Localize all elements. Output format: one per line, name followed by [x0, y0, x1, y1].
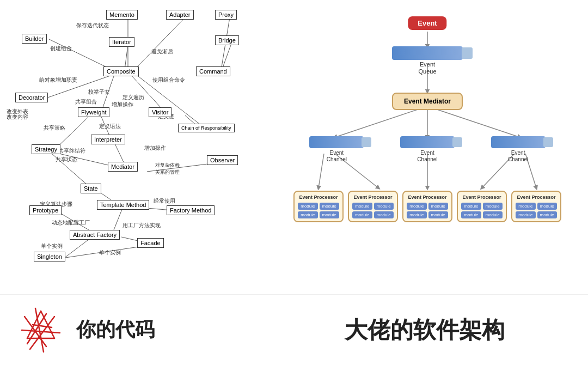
right-panel: Event Event Queue Event Mediator Ev — [272, 5, 583, 289]
node-composite: Composite — [103, 66, 139, 76]
processor-modules-4: module module module module — [461, 203, 503, 218]
node-observer: Observer — [207, 155, 238, 165]
processor-title-1: Event Processor — [299, 194, 338, 200]
node-templatemethod: Template Method — [97, 200, 149, 210]
event-queue-label: Event Queue — [418, 61, 436, 75]
event-box: Event — [408, 16, 446, 30]
node-memento: Memento — [106, 10, 138, 20]
svg-line-3 — [131, 17, 185, 74]
annotation-single-instance1: 单个实例 — [41, 242, 63, 250]
module-chip: module — [516, 203, 535, 210]
processors-row: Event Processor module module module mod… — [291, 191, 564, 222]
module-chip: module — [428, 203, 448, 210]
module-chip: module — [516, 211, 535, 218]
mediator-label: Event Mediator — [404, 98, 451, 105]
module-chip: module — [407, 203, 426, 210]
event-label: Event — [418, 19, 437, 27]
annotation-factory-impl: 用工厂方法实现 — [122, 222, 161, 229]
node-command: Command — [196, 66, 230, 76]
node-builder: Builder — [22, 34, 47, 44]
node-chain: Chain of Responsibility — [178, 124, 235, 132]
annotation-share-strategy: 共享策略 — [44, 124, 65, 132]
left-bottom: 你的代码 — [16, 306, 278, 355]
main-content: Memento Adapter Proxy Builder Iterator B… — [0, 0, 588, 294]
bottom-text-right: 大佬的软件架构 — [345, 315, 505, 345]
processor-modules-2: module module module module — [352, 203, 394, 218]
processor-modules-5: module module module module — [516, 203, 557, 218]
annotation-share-terminal: 共享终结符 — [58, 147, 85, 155]
node-interpreter: Interpreter — [91, 135, 125, 144]
svg-line-26 — [335, 106, 427, 137]
module-chip: module — [537, 211, 557, 218]
annotation-avoid-lag: 避免渐后 — [151, 48, 173, 56]
module-chip: module — [428, 211, 448, 218]
channel-label-2: Event Channel — [417, 150, 437, 163]
node-strategy: Strategy — [32, 144, 60, 154]
channel-bar-1 — [309, 136, 364, 148]
channel-label-3: Event Channel — [508, 150, 528, 163]
module-chip: module — [374, 203, 394, 210]
annotation-save-state: 保存迭代状态 — [76, 22, 109, 29]
node-visitor: Visitor — [149, 107, 171, 117]
channel-label-1: Event Channel — [327, 150, 347, 163]
processor-title-3: Event Processor — [408, 194, 446, 200]
node-adapter: Adapter — [166, 10, 194, 20]
annotation-add-operation2: 增加操作 — [144, 144, 166, 152]
node-singleton: Singleton — [34, 252, 65, 261]
module-chip: module — [483, 203, 503, 210]
event-queue-bar — [392, 46, 463, 60]
module-chip: module — [352, 211, 372, 218]
annotation-create-composite: 创建组合 — [50, 45, 72, 52]
module-chip: module — [483, 211, 503, 218]
module-chip: module — [320, 211, 339, 218]
node-abstractfactory: Abstract Factory — [70, 230, 120, 240]
processor-modules-3: module module module module — [407, 203, 448, 218]
node-bridge: Bridge — [215, 35, 239, 45]
scratch-icon — [16, 306, 65, 355]
right-bottom: 大佬的软件架构 — [278, 315, 572, 345]
module-chip: module — [374, 211, 394, 218]
queue-tail — [462, 47, 473, 59]
node-decorator: Decorator — [15, 93, 48, 102]
processor-title-4: Event Processor — [462, 194, 501, 200]
processor-3: Event Processor module module module mod… — [402, 191, 452, 222]
module-chip: module — [352, 203, 372, 210]
channel-bar-tail-2 — [452, 137, 462, 147]
annotation-dynamic-factory: 动态地配置工厂 — [52, 219, 90, 227]
processor-title-5: Event Processor — [517, 194, 555, 200]
event-queue-wrap: Event Queue — [392, 46, 463, 75]
channel-bar-tail-1 — [362, 137, 371, 147]
svg-line-40 — [22, 330, 60, 333]
annotation-add-responsibility: 给对象增加职责 — [39, 76, 77, 84]
module-chip: module — [298, 211, 317, 218]
node-mediator: Mediator — [108, 162, 138, 172]
module-chip: module — [298, 203, 317, 210]
module-chip: module — [461, 211, 481, 218]
event-mediator-box: Event Mediator — [392, 93, 463, 110]
annotation-define-grammar: 定义语法 — [99, 123, 121, 130]
annotation-use-composite-cmd: 使用组合命令 — [152, 76, 185, 84]
bottom-text-left: 你的代码 — [76, 317, 155, 343]
channel-bar-3 — [491, 136, 546, 148]
channel-1: Event Channel — [309, 136, 364, 163]
annotation-often-use: 经常使用 — [154, 197, 175, 205]
module-chip: module — [461, 203, 481, 210]
annotation-change-content: 改变内容 — [7, 113, 28, 121]
node-facade: Facade — [137, 238, 164, 248]
annotation-share-state: 共享状态 — [56, 156, 77, 163]
module-chip: module — [537, 203, 557, 210]
node-state: State — [81, 184, 101, 193]
node-iterator: Iterator — [109, 37, 134, 47]
svg-line-4 — [220, 17, 230, 74]
module-chip: module — [407, 211, 426, 218]
node-prototype: Prototype — [29, 205, 62, 215]
bottom-section: 你的代码 大佬的软件架构 — [0, 294, 588, 365]
channel-2: Event Channel — [400, 136, 455, 163]
left-panel: Memento Adapter Proxy Builder Iterator B… — [5, 5, 272, 289]
processor-modules-1: module module module module — [298, 203, 339, 218]
node-factorymethod: Factory Method — [167, 205, 215, 215]
svg-line-28 — [427, 106, 520, 137]
annotation-share-composite: 共享组合 — [75, 98, 97, 106]
processor-1: Event Processor module module module mod… — [293, 191, 344, 222]
arch-diagram: Event Event Queue Event Mediator Ev — [291, 11, 564, 267]
